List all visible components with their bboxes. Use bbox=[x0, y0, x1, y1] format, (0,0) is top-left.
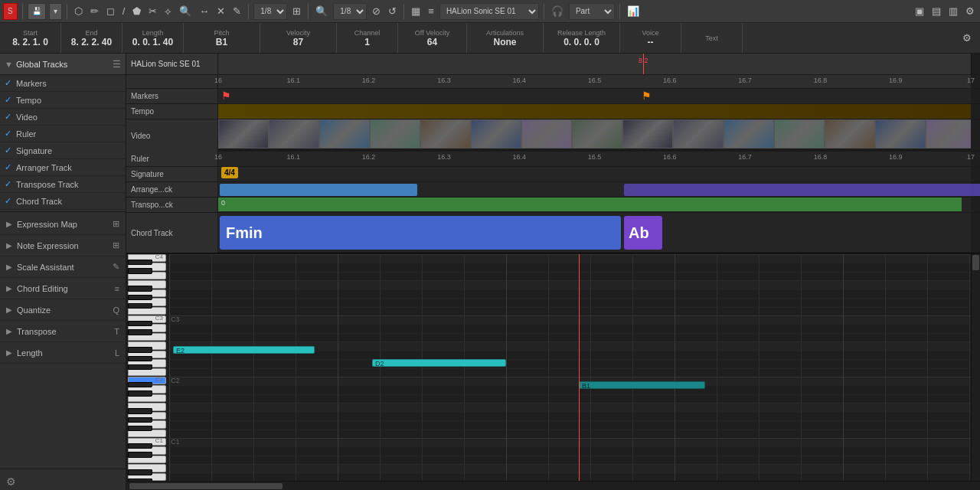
panel-section-quantize[interactable]: ▶QuantizeQ bbox=[0, 299, 126, 321]
layout2-icon[interactable]: ▤ bbox=[929, 5, 943, 17]
pencil-icon[interactable]: ✏ bbox=[88, 5, 101, 17]
settings2-icon[interactable]: ⚙ bbox=[963, 5, 977, 17]
note-area[interactable]: E2D2B1C3C2C1 bbox=[169, 254, 971, 481]
piano-black-key-1-5[interactable] bbox=[128, 364, 152, 370]
loop-icon[interactable]: ↺ bbox=[386, 5, 399, 17]
markers-content[interactable]: ⚑ ⚑ bbox=[218, 89, 971, 103]
channel-value[interactable]: 1 bbox=[364, 37, 370, 47]
save-button[interactable]: 💾 bbox=[28, 3, 46, 20]
note-d2[interactable]: D2 bbox=[372, 359, 506, 367]
search-icon[interactable]: 🔍 bbox=[313, 5, 330, 17]
piano-black-key-2-5[interactable] bbox=[128, 426, 152, 431]
piano-black-key-3-3[interactable] bbox=[128, 469, 152, 475]
transpose-content[interactable]: 0 bbox=[218, 198, 971, 212]
dropdown-button[interactable]: ▾ bbox=[49, 3, 62, 20]
piano-black-key-1-3[interactable] bbox=[128, 347, 152, 352]
chord-block-ab[interactable]: Ab bbox=[624, 216, 662, 250]
ruler-content[interactable]: 1616.116.216.316.416.516.616.716.816.917 bbox=[218, 75, 971, 88]
grid-v-line-14 bbox=[759, 254, 760, 481]
off-velocity-value[interactable]: 64 bbox=[427, 37, 437, 47]
chord-block-fmin[interactable]: Fmin bbox=[220, 216, 621, 250]
piano-black-key-0-1[interactable] bbox=[128, 268, 152, 273]
zoom-icon[interactable]: 🔍 bbox=[177, 5, 194, 17]
arrange-content[interactable] bbox=[218, 182, 971, 197]
bottom-scrollbar-thumb[interactable] bbox=[129, 483, 283, 489]
headphones-icon[interactable]: 🎧 bbox=[549, 5, 566, 17]
track-item-arranger-track[interactable]: ✓Arranger Track bbox=[0, 159, 126, 176]
signature-content[interactable]: 4/4 bbox=[218, 167, 971, 181]
piano-black-key-2-1[interactable] bbox=[128, 390, 152, 396]
piano-black-key-3-1[interactable] bbox=[128, 452, 152, 457]
scissors-icon[interactable]: ✂ bbox=[146, 5, 159, 17]
panel-section-note-expression[interactable]: ▶Note Expression⊞ bbox=[0, 235, 126, 256]
track-item-video[interactable]: ✓Video bbox=[0, 109, 126, 126]
quantize-icon[interactable]: ⊘ bbox=[370, 5, 383, 17]
track-item-tempo[interactable]: ✓Tempo bbox=[0, 92, 126, 109]
velocity-value[interactable]: 87 bbox=[293, 37, 303, 47]
mixer-icon[interactable]: 📊 bbox=[625, 5, 642, 17]
arrow-icon[interactable]: ↔ bbox=[197, 5, 211, 17]
grid-select[interactable]: 1/8 bbox=[253, 3, 287, 20]
piano-black-key-3-4[interactable] bbox=[128, 479, 152, 481]
track-item-ruler[interactable]: ✓Ruler bbox=[0, 126, 126, 142]
info-settings-icon[interactable]: ⚙ bbox=[960, 32, 974, 44]
record-button[interactable]: S bbox=[3, 3, 18, 20]
track-item-chord-track[interactable]: ✓Chord Track bbox=[0, 193, 126, 210]
global-tracks-header[interactable]: ▼ Global Tracks ☰ bbox=[0, 54, 126, 75]
length-value[interactable]: 0. 0. 1. 40 bbox=[132, 37, 173, 47]
panel-section-chord-editing[interactable]: ▶Chord Editing≡ bbox=[0, 278, 126, 299]
panel-section-transpose[interactable]: ▶TransposeT bbox=[0, 321, 126, 342]
start-value[interactable]: 8. 2. 1. 0 bbox=[12, 37, 48, 47]
voice-value[interactable]: -- bbox=[648, 37, 654, 47]
lanes-icon[interactable]: ≡ bbox=[426, 5, 436, 17]
panel-section-length[interactable]: ▶LengthL bbox=[0, 342, 126, 364]
articulations-value[interactable]: None bbox=[494, 37, 517, 47]
scrollbar-thumb[interactable] bbox=[972, 255, 979, 270]
piano-black-key-2-3[interactable] bbox=[128, 408, 152, 413]
track-item-transpose-track[interactable]: ✓Transpose Track bbox=[0, 176, 126, 193]
piano-black-key-0-3[interactable] bbox=[128, 286, 152, 291]
arrange-block-2[interactable] bbox=[624, 184, 980, 196]
note-b1[interactable]: B1 bbox=[579, 381, 705, 389]
part-select[interactable]: Part bbox=[569, 3, 615, 20]
layout1-icon[interactable]: ▣ bbox=[913, 5, 926, 17]
ruler2-content[interactable]: 1616.116.216.316.416.516.616.716.816.917 bbox=[218, 152, 971, 166]
select-icon[interactable]: ⬟ bbox=[130, 5, 143, 17]
bottom-scrollbar[interactable] bbox=[126, 481, 980, 490]
piano-black-key-1-4[interactable] bbox=[128, 356, 152, 361]
right-scrollbar[interactable] bbox=[971, 254, 980, 481]
piano-black-key-1-0[interactable] bbox=[128, 321, 152, 326]
release-value[interactable]: 0. 0. 0. 0 bbox=[564, 37, 599, 47]
pen2-icon[interactable]: ✎ bbox=[230, 5, 243, 17]
glue-icon[interactable]: ⟡ bbox=[162, 5, 174, 18]
midi-icon[interactable]: ▦ bbox=[409, 5, 423, 17]
panel-section-expression-map[interactable]: ▶Expression Map⊞ bbox=[0, 214, 126, 235]
chord-track-content[interactable]: Fmin Ab bbox=[218, 213, 971, 252]
pointer-icon[interactable]: ⬡ bbox=[72, 5, 85, 17]
transpose-label: Transpo...ck bbox=[126, 198, 218, 212]
pitch-value[interactable]: B1 bbox=[216, 37, 227, 47]
line-icon[interactable]: / bbox=[120, 5, 128, 17]
piano-black-key-0-0[interactable] bbox=[128, 260, 152, 265]
note-e2[interactable]: E2 bbox=[173, 346, 315, 354]
arrange-block-1[interactable] bbox=[220, 184, 417, 196]
layout3-icon[interactable]: ▥ bbox=[946, 5, 960, 17]
piano-black-key-2-4[interactable] bbox=[128, 417, 152, 423]
track-item-markers[interactable]: ✓Markers bbox=[0, 75, 126, 92]
track-item-signature[interactable]: ✓Signature bbox=[0, 142, 126, 159]
mute-icon[interactable]: ✕ bbox=[214, 5, 227, 17]
grid-icon[interactable]: ⊞ bbox=[290, 5, 303, 17]
global-tracks-menu-icon[interactable]: ☰ bbox=[113, 59, 121, 70]
piano-black-key-1-1[interactable] bbox=[128, 329, 152, 335]
piano-black-key-0-5[interactable] bbox=[128, 303, 152, 309]
end-value[interactable]: 8. 2. 2. 40 bbox=[71, 37, 112, 47]
tempo-content[interactable] bbox=[218, 104, 971, 119]
settings-icon[interactable]: ⚙ bbox=[6, 475, 16, 488]
panel-section-scale-assistant[interactable]: ▶Scale Assistant✎ bbox=[0, 256, 126, 278]
piano-black-key-0-4[interactable] bbox=[128, 295, 152, 300]
quantize-select[interactable]: 1/8 bbox=[333, 3, 367, 20]
eraser-icon[interactable]: ◻ bbox=[104, 5, 117, 17]
piano-black-key-3-0[interactable] bbox=[128, 443, 152, 449]
instrument-select[interactable]: HALion Sonic SE 01 bbox=[439, 3, 539, 20]
piano-black-key-2-0[interactable] bbox=[128, 382, 152, 387]
